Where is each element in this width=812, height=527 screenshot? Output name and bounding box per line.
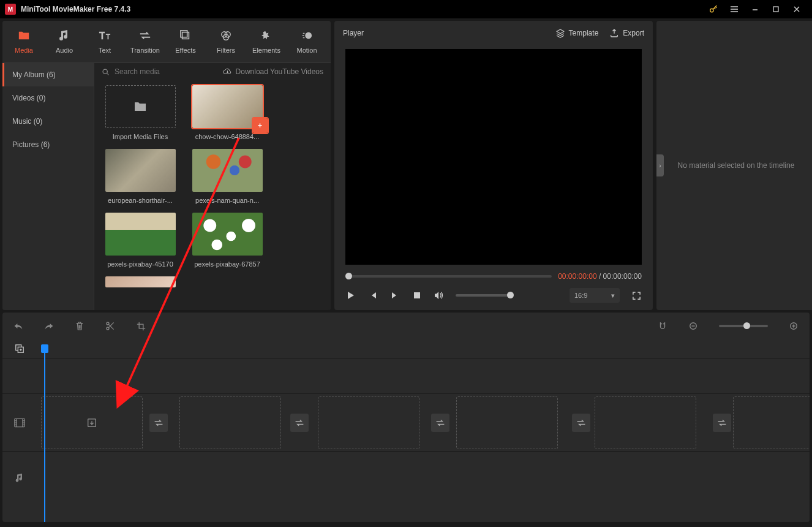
sidebar-item[interactable]: Videos (0) — [2, 86, 94, 110]
download-youtube-button[interactable]: Download YouTube Videos — [223, 67, 323, 76]
tab-text[interactable]: Text — [85, 26, 125, 58]
volume-slider[interactable] — [456, 294, 514, 297]
svg-point-7 — [305, 32, 312, 39]
audio-track[interactable] — [36, 452, 810, 504]
tab-media[interactable]: Media — [4, 26, 44, 58]
video-track-icon — [2, 418, 36, 428]
playhead[interactable] — [44, 347, 45, 522]
zoom-slider[interactable] — [719, 325, 768, 327]
ruler[interactable] — [36, 339, 810, 358]
delete-icon[interactable] — [75, 321, 85, 331]
video-preview[interactable] — [345, 49, 642, 265]
svg-point-0 — [710, 9, 713, 12]
transition-slot[interactable] — [572, 414, 590, 432]
expand-tab[interactable]: › — [656, 154, 664, 176]
thumb-caption: pexels-pixabay-67857 — [194, 260, 260, 268]
minimize-icon[interactable] — [745, 0, 765, 18]
clip-slot[interactable] — [733, 396, 810, 449]
fullscreen-icon[interactable] — [631, 290, 642, 301]
cloud-download-icon — [223, 68, 232, 76]
tab-motion[interactable]: Motion — [287, 26, 327, 58]
media-grid: Import Media Files+chow-chow-648884...eu… — [94, 80, 331, 310]
video-track[interactable] — [36, 394, 810, 451]
search-icon — [102, 68, 110, 76]
thumb-caption: pexels-nam-quan-n... — [195, 197, 259, 204]
media-thumb[interactable]: pexels-nam-quan-n... — [187, 149, 267, 204]
properties-panel: › No material selected on the timeline — [656, 21, 812, 310]
key-icon[interactable] — [703, 0, 724, 18]
prev-frame-icon[interactable] — [367, 290, 378, 301]
tab-filters[interactable]: Filters — [206, 26, 246, 58]
aspect-select[interactable]: 16:9▾ — [570, 288, 620, 303]
properties-empty-text: No material selected on the timeline — [678, 161, 795, 170]
player-title: Player — [343, 29, 364, 37]
timeline — [2, 339, 810, 522]
effects-icon — [180, 29, 191, 42]
close-icon[interactable] — [786, 0, 807, 18]
zoom-in-icon[interactable] — [789, 321, 799, 331]
elements-icon — [261, 29, 272, 42]
motion-icon — [301, 29, 312, 42]
maximize-icon[interactable] — [765, 0, 786, 18]
folder-icon — [18, 29, 30, 42]
app-title: MiniTool MovieMaker Free 7.4.3 — [21, 5, 130, 13]
tab-audio[interactable]: Audio — [44, 26, 85, 58]
magnet-icon[interactable] — [658, 321, 667, 331]
thumb-caption: Import Media Files — [113, 133, 168, 140]
media-thumb[interactable]: +chow-chow-648884... — [187, 85, 267, 140]
thumb-caption: pexels-pixabay-45170 — [107, 260, 173, 268]
clip-slot[interactable] — [595, 396, 696, 449]
svg-point-10 — [107, 322, 109, 325]
app-logo: M — [5, 4, 16, 15]
chevron-down-icon: ▾ — [611, 292, 615, 300]
template-button[interactable]: Template — [555, 28, 599, 38]
undo-icon[interactable] — [13, 321, 23, 331]
audio-track-icon — [2, 473, 36, 483]
tab-effects[interactable]: Effects — [165, 26, 206, 58]
media-thumb[interactable]: pexels-pixabay-45170 — [100, 213, 180, 268]
player-panel: Player Template Export 00:00:00:00 / 00:… — [334, 21, 653, 310]
transition-slot[interactable] — [431, 414, 449, 432]
volume-icon[interactable] — [434, 290, 445, 301]
clip-slot[interactable] — [456, 396, 558, 449]
scrub-bar[interactable] — [345, 275, 552, 278]
clip-slot[interactable] — [179, 396, 281, 449]
hamburger-icon[interactable] — [724, 0, 745, 18]
clip-slot[interactable] — [318, 396, 419, 449]
clip-slot[interactable] — [41, 396, 143, 449]
play-icon[interactable] — [345, 290, 356, 301]
text-icon — [99, 29, 111, 42]
timeline-toolbar — [2, 313, 810, 339]
zoom-out-icon[interactable] — [688, 321, 698, 331]
transition-slot[interactable] — [149, 414, 168, 432]
transition-slot[interactable] — [713, 414, 731, 432]
thumb-caption: chow-chow-648884... — [195, 133, 260, 140]
next-frame-icon[interactable] — [389, 290, 400, 301]
transition-icon — [139, 29, 151, 42]
stop-icon[interactable] — [412, 290, 423, 301]
media-sidebar: My Album (6)Videos (0)Music (0)Pictures … — [2, 63, 94, 310]
timecode: 00:00:00:00 / 00:00:00:00 — [558, 272, 642, 281]
media-thumb[interactable]: european-shorthair-... — [100, 149, 180, 204]
titlebar: M MiniTool MovieMaker Free 7.4.3 — [0, 0, 812, 18]
sidebar-item[interactable]: My Album (6) — [2, 63, 94, 86]
sidebar-item[interactable]: Music (0) — [2, 110, 94, 133]
svg-point-8 — [103, 69, 107, 74]
search-input[interactable] — [113, 67, 208, 77]
filters-icon — [220, 29, 231, 42]
svg-point-11 — [107, 327, 109, 330]
export-button[interactable]: Export — [609, 28, 644, 38]
tab-transition[interactable]: Transition — [125, 26, 165, 58]
crop-icon[interactable] — [136, 321, 146, 331]
transition-slot[interactable] — [290, 414, 309, 432]
media-thumb[interactable]: pexels-pixabay-67857 — [187, 213, 267, 268]
add-track-icon[interactable] — [2, 344, 36, 354]
add-to-timeline-icon[interactable]: + — [253, 118, 268, 133]
import-media-button[interactable] — [105, 85, 176, 128]
svg-rect-1 — [773, 7, 778, 12]
sidebar-item[interactable]: Pictures (6) — [2, 133, 94, 156]
redo-icon[interactable] — [44, 321, 54, 331]
tab-elements[interactable]: Elements — [246, 26, 287, 58]
split-icon[interactable] — [105, 321, 115, 331]
template-icon — [555, 28, 565, 38]
